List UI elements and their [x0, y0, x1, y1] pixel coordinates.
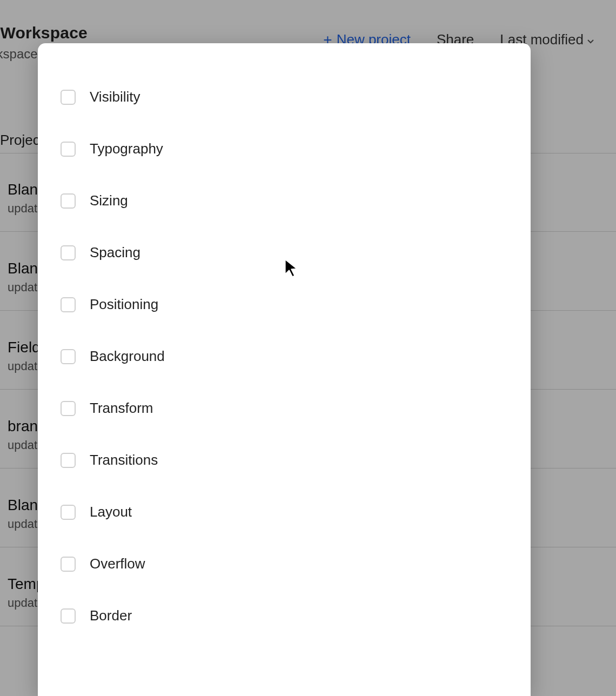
option-transform[interactable]: Transform [38, 383, 531, 434]
option-label: Overflow [90, 556, 145, 572]
option-sizing[interactable]: Sizing [38, 175, 531, 227]
option-label: Border [90, 607, 132, 624]
option-background[interactable]: Background [38, 331, 531, 383]
checkbox[interactable] [61, 401, 76, 416]
checkbox[interactable] [61, 245, 76, 260]
option-label: Transform [90, 400, 153, 417]
checkbox[interactable] [61, 505, 76, 520]
checkbox[interactable] [61, 142, 76, 157]
option-label: Spacing [90, 244, 140, 261]
option-label: Background [90, 348, 165, 365]
option-label: Positioning [90, 296, 158, 313]
option-label: Sizing [90, 192, 128, 209]
option-spacing[interactable]: Spacing [38, 227, 531, 279]
option-label: Typography [90, 140, 163, 157]
option-layout[interactable]: Layout [38, 486, 531, 538]
option-overflow[interactable]: Overflow [38, 538, 531, 590]
option-border[interactable]: Border [38, 590, 531, 642]
option-transitions[interactable]: Transitions [38, 434, 531, 486]
checkbox[interactable] [61, 349, 76, 364]
option-positioning[interactable]: Positioning [38, 279, 531, 331]
checkbox[interactable] [61, 193, 76, 209]
option-label: Transitions [90, 452, 158, 469]
option-label: Visibility [90, 89, 140, 105]
checkbox[interactable] [61, 557, 76, 572]
checkbox[interactable] [61, 453, 76, 468]
option-visibility[interactable]: Visibility [38, 71, 531, 123]
options-modal: Visibility Typography Sizing Spacing Pos… [38, 43, 531, 696]
checkbox[interactable] [61, 608, 76, 624]
option-label: Layout [90, 504, 132, 520]
checkbox[interactable] [61, 90, 76, 105]
option-typography[interactable]: Typography [38, 123, 531, 175]
checkbox[interactable] [61, 297, 76, 312]
options-list: Visibility Typography Sizing Spacing Pos… [38, 43, 531, 642]
